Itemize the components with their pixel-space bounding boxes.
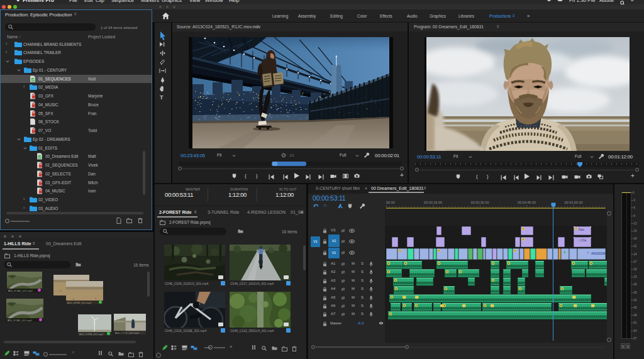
svg-text:A0020336: A0020336 (591, 251, 606, 255)
svg-text:00:01:00:00: 00:01:00:00 (564, 201, 582, 204)
svg-text:00:00:45:00: 00:00:45:00 (518, 201, 536, 204)
svg-text:Fast: Fast (579, 228, 585, 231)
svg-text:00:00:30:00: 00:00:30:00 (470, 201, 489, 204)
svg-text:00:00: 00:00 (386, 201, 395, 204)
svg-text:□ Cha: □ Cha (579, 239, 587, 242)
svg-text:00:00:15:00: 00:00:15:00 (424, 201, 442, 204)
